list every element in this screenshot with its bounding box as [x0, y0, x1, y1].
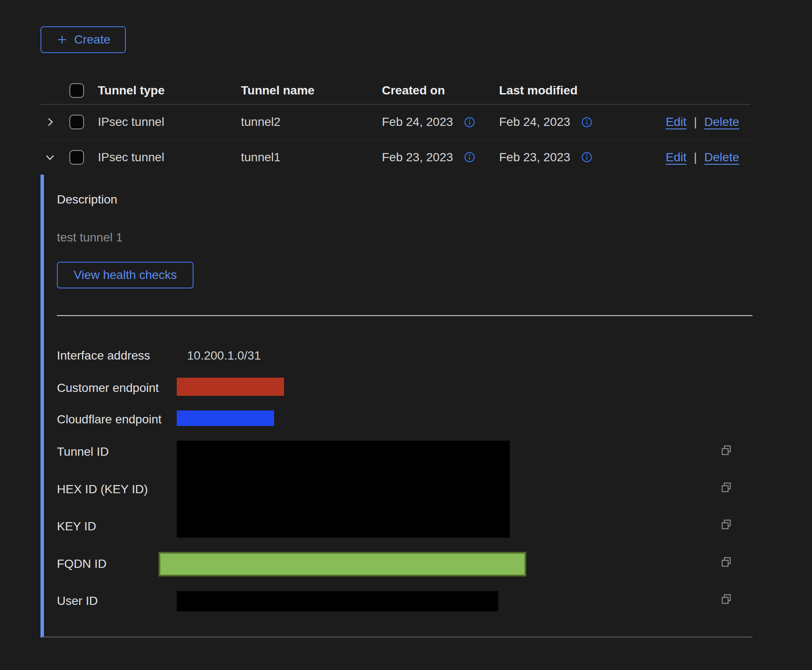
- last-modified-cell: Feb 24, 2023: [499, 115, 570, 129]
- hex-id-label: HEX ID (KEY ID): [57, 482, 148, 496]
- copy-icon[interactable]: [720, 556, 733, 569]
- customer-endpoint-label: Customer endpoint: [57, 381, 159, 395]
- action-separator: |: [694, 150, 697, 164]
- select-row-checkbox[interactable]: [69, 115, 84, 129]
- header-tunnel-name: Tunnel name: [241, 84, 315, 97]
- tunnel-id-label: Tunnel ID: [57, 445, 109, 459]
- tunnel-detail-panel: Description test tunnel 1 View health ch…: [41, 175, 753, 638]
- info-circle-icon[interactable]: [581, 151, 593, 163]
- delete-link[interactable]: Delete: [704, 150, 739, 164]
- info-circle-icon[interactable]: [464, 151, 475, 163]
- description-label: Description: [57, 193, 753, 207]
- info-circle-icon[interactable]: [464, 116, 475, 128]
- table-row-tunnel2: IPsec tunnel tunnel2 Feb 24, 2023 Feb 24…: [41, 105, 750, 140]
- copy-icon[interactable]: [720, 481, 733, 494]
- copy-icon[interactable]: [720, 593, 733, 606]
- fqdn-id-label: FQDN ID: [57, 557, 106, 571]
- cloudflare-endpoint-redacted-value: [177, 410, 274, 426]
- header-created-on: Created on: [382, 84, 445, 97]
- tunnels-table: Tunnel type Tunnel name Created on Last …: [41, 77, 750, 175]
- cloudflare-endpoint-label: Cloudflare endpoint: [57, 413, 162, 426]
- expand-row-button[interactable]: [44, 116, 56, 128]
- description-value: test tunnel 1: [57, 231, 753, 244]
- table-header-row: Tunnel type Tunnel name Created on Last …: [41, 77, 750, 105]
- user-id-redacted-value: [177, 591, 498, 611]
- created-on-cell: Feb 23, 2023: [382, 150, 453, 164]
- create-button-label: Create: [74, 33, 110, 47]
- tunnel-type-cell: IPsec tunnel: [98, 150, 164, 164]
- select-all-checkbox[interactable]: [69, 83, 84, 98]
- edit-link[interactable]: Edit: [666, 150, 687, 164]
- action-separator: |: [694, 115, 697, 129]
- ids-redacted-value: [177, 441, 510, 538]
- tunnel-type-cell: IPsec tunnel: [98, 115, 164, 129]
- copy-icon[interactable]: [720, 518, 733, 531]
- chevron-down-icon: [44, 151, 56, 163]
- table-row-tunnel1: IPsec tunnel tunnel1 Feb 23, 2023 Feb 23…: [41, 140, 750, 175]
- view-health-checks-button[interactable]: View health checks: [57, 262, 194, 288]
- tunnel-name-cell: tunnel2: [241, 115, 281, 129]
- user-id-label: User ID: [57, 594, 98, 608]
- create-button[interactable]: Create: [41, 26, 126, 53]
- created-on-cell: Feb 24, 2023: [382, 115, 453, 129]
- interface-address-value: 10.200.1.0/31: [187, 349, 261, 363]
- interface-address-label: Interface address: [57, 349, 150, 363]
- select-row-checkbox[interactable]: [69, 150, 84, 165]
- delete-link[interactable]: Delete: [704, 115, 739, 129]
- header-tunnel-type: Tunnel type: [98, 84, 165, 97]
- plus-icon: [56, 34, 68, 46]
- header-last-modified: Last modified: [499, 84, 578, 97]
- info-circle-icon[interactable]: [581, 116, 593, 128]
- customer-endpoint-redacted-value: [177, 378, 284, 396]
- tunnel-name-cell: tunnel1: [241, 150, 281, 164]
- last-modified-cell: Feb 23, 2023: [499, 150, 570, 164]
- collapse-row-button[interactable]: [44, 151, 56, 164]
- edit-link[interactable]: Edit: [666, 115, 687, 129]
- chevron-right-icon: [44, 116, 56, 128]
- tunnel-fields-section: Interface address 10.200.1.0/31 Customer…: [57, 315, 753, 640]
- copy-icon[interactable]: [720, 444, 733, 457]
- fqdn-id-redacted-value: [159, 552, 526, 576]
- key-id-label: KEY ID: [57, 520, 96, 533]
